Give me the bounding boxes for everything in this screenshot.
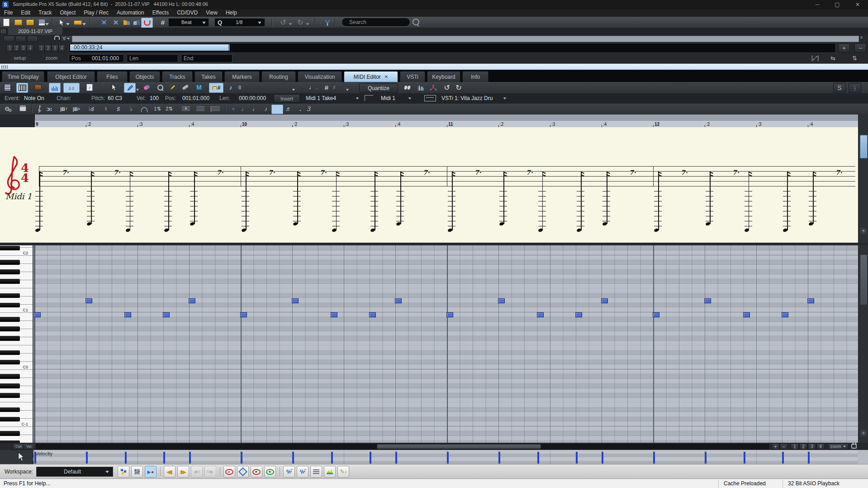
minimize-button[interactable]: ─ xyxy=(807,0,827,9)
midi-note[interactable] xyxy=(331,312,337,317)
track-caret-icon[interactable] xyxy=(408,98,411,100)
roll-zoom-preset-4[interactable]: 4 xyxy=(816,443,825,450)
black-key[interactable] xyxy=(0,360,20,365)
menu-cd-dvd[interactable]: CD/DVD xyxy=(173,9,202,16)
magnify-tool-icon[interactable] xyxy=(155,83,166,92)
velocity-lane[interactable]: Velocity xyxy=(0,450,868,464)
black-key[interactable] xyxy=(0,317,20,322)
midi-note[interactable] xyxy=(653,312,659,317)
velocity-bar[interactable] xyxy=(782,452,784,464)
setup-preset-2[interactable]: 2 xyxy=(13,44,20,52)
velocity-bar[interactable] xyxy=(395,452,397,464)
crossfade-editor-icon[interactable]: ✕ xyxy=(99,18,109,27)
menu-play-rec[interactable]: Play / Rec xyxy=(80,9,113,16)
note-head[interactable] xyxy=(332,228,337,233)
time-display-field[interactable]: 00:00:33:24 xyxy=(69,43,836,53)
score-edit-icon[interactable]: ✎♪ xyxy=(337,466,349,478)
tab-visualization[interactable]: Visualization xyxy=(298,71,342,82)
note-head[interactable] xyxy=(164,228,169,233)
vsti-caret-icon[interactable] xyxy=(503,98,506,100)
score-page-icon[interactable]: ♪ xyxy=(84,83,95,92)
workspace-dropdown[interactable]: Default xyxy=(36,467,113,477)
take-caret-icon[interactable] xyxy=(356,98,359,100)
roll-zoom-preset-3[interactable]: 3 xyxy=(808,443,816,450)
bass-clef-icon[interactable]: ɔ: xyxy=(45,105,53,113)
search-input[interactable] xyxy=(348,19,400,26)
note-head[interactable] xyxy=(576,228,582,233)
track-mute-button[interactable] xyxy=(4,36,14,42)
zoom-preset-2[interactable]: 2 xyxy=(45,44,52,52)
h-scrollbar-handle[interactable] xyxy=(377,444,541,449)
tab-time-display[interactable]: Time Display xyxy=(2,71,44,82)
volume-curve-button[interactable]: ∇ xyxy=(61,35,72,42)
midi-note[interactable] xyxy=(189,298,195,303)
track-rec-button[interactable] xyxy=(27,36,38,42)
half-note-icon[interactable]: ♩ xyxy=(239,105,250,113)
menu-object[interactable]: Object xyxy=(56,9,80,16)
zoom-in-h-button[interactable]: + xyxy=(838,43,850,53)
velocity-bar[interactable] xyxy=(370,452,371,464)
setup-preset-3[interactable]: 3 xyxy=(20,44,27,52)
pos-field[interactable]: Pos 001:01:000 xyxy=(69,54,124,62)
note-quantize-icon[interactable]: ♩→ xyxy=(308,83,319,92)
note-head[interactable] xyxy=(396,222,401,226)
black-key[interactable] xyxy=(0,393,20,398)
tab-tracks[interactable]: Tracks xyxy=(162,71,193,82)
score-scrollbar[interactable]: + xyxy=(858,115,868,243)
snap-note-icon[interactable]: ♪ xyxy=(225,83,236,92)
midi-note[interactable] xyxy=(704,298,711,303)
midi-note[interactable] xyxy=(575,312,582,317)
midi-redo-icon[interactable]: ↻ xyxy=(453,83,464,92)
pencil-tool-icon[interactable] xyxy=(124,83,136,93)
tab-files[interactable]: Files xyxy=(97,71,128,82)
marker-prev-icon[interactable]: ◀M xyxy=(191,466,203,478)
velocity-bar[interactable] xyxy=(34,452,36,464)
midi-note[interactable] xyxy=(743,312,750,317)
punch-in-icon[interactable] xyxy=(251,466,262,478)
event-list-icon[interactable] xyxy=(2,83,13,92)
mixer-icon[interactable] xyxy=(131,466,143,478)
midi-note[interactable] xyxy=(163,312,170,317)
velocity-bar[interactable] xyxy=(86,452,88,464)
save-caret-icon[interactable] xyxy=(45,23,49,25)
snap-caret-icon[interactable] xyxy=(292,89,295,91)
roll-zoom-preset-1[interactable]: 1 xyxy=(791,443,799,450)
evlen-value[interactable]: 000:00:000 xyxy=(239,95,266,101)
midi-note[interactable] xyxy=(240,312,247,317)
black-key[interactable] xyxy=(0,336,20,341)
jump-end-icon[interactable]: ▮▶ xyxy=(177,466,189,478)
tab-close-icon[interactable]: ✕ xyxy=(384,74,388,79)
track-list-icon[interactable] xyxy=(310,466,322,478)
note-head[interactable] xyxy=(705,222,711,226)
velocity-bar[interactable] xyxy=(705,452,707,464)
tab-keyboard[interactable]: Keyboard xyxy=(427,71,460,82)
tab-takes[interactable]: Takes xyxy=(194,71,223,82)
roll-zoom-in-icon[interactable]: + xyxy=(860,430,867,436)
vel-value[interactable]: 100 xyxy=(150,95,159,101)
setup-preset-1[interactable]: 1 xyxy=(6,44,13,52)
roll-zoom-in-button[interactable]: + xyxy=(772,443,779,450)
menu-track[interactable]: Track xyxy=(34,9,56,16)
score-scroll-handle[interactable] xyxy=(860,135,868,158)
midi-note[interactable] xyxy=(498,298,505,303)
natural-icon[interactable]: ♮ xyxy=(100,105,111,113)
humanize-icon[interactable] xyxy=(428,83,439,92)
project-tab[interactable]: 2020-11-07.VIP xyxy=(8,28,62,35)
velocity-bar[interactable] xyxy=(241,452,242,464)
sixteenth-note-icon[interactable]: ♬ xyxy=(271,105,283,114)
marker-next-icon[interactable]: M▶ xyxy=(204,466,216,478)
velocity-bar[interactable] xyxy=(602,452,603,464)
object-mode-icon[interactable] xyxy=(72,18,83,27)
velocity-bar[interactable] xyxy=(292,452,294,464)
thirtysecond-note-icon[interactable]: ♬ xyxy=(283,105,294,113)
midi-note[interactable] xyxy=(446,312,453,317)
zoom-preset-1[interactable]: 1 xyxy=(38,44,45,52)
flat-icon[interactable]: ♭ xyxy=(126,105,137,113)
selection-tool-icon[interactable] xyxy=(109,83,119,92)
menu-edit[interactable]: Edit xyxy=(17,9,34,16)
roll-zoom-preset-2[interactable]: 2 xyxy=(799,443,807,450)
menu-file[interactable]: File xyxy=(0,9,17,16)
velocity-view-icon[interactable] xyxy=(49,83,61,93)
velocity-bar[interactable] xyxy=(744,452,745,464)
black-key[interactable] xyxy=(0,303,20,308)
